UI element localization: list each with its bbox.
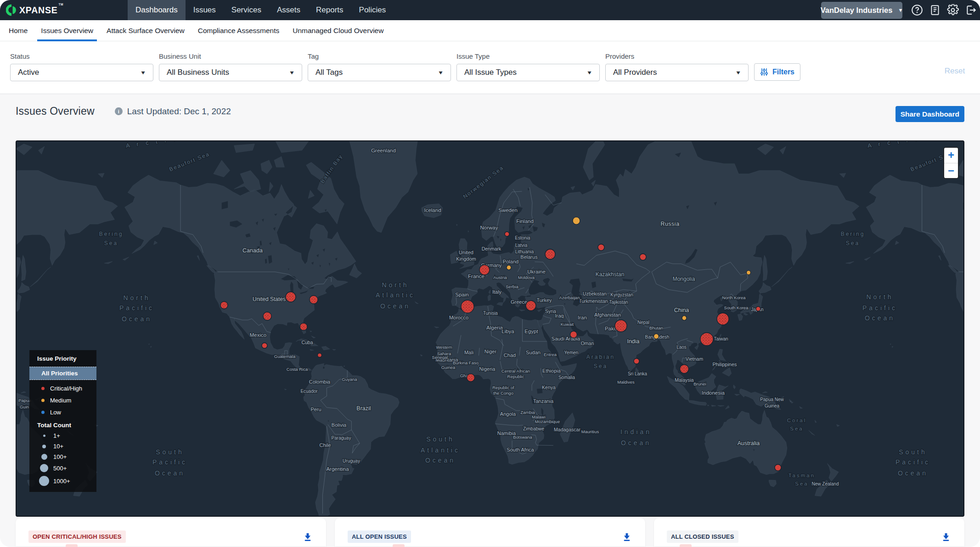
svg-text:Belarus: Belarus (520, 254, 538, 260)
svg-text:Morocco: Morocco (449, 315, 468, 320)
svg-text:Ocean: Ocean (425, 457, 456, 464)
svg-text:Malaysia: Malaysia (675, 377, 694, 383)
svg-text:Bering: Bering (99, 231, 124, 237)
svg-text:Oman: Oman (581, 340, 594, 346)
svg-text:United States: United States (253, 296, 286, 302)
svg-text:Paraguay: Paraguay (332, 435, 351, 441)
svg-text:Sweden: Sweden (498, 207, 518, 213)
svg-text:Serbia: Serbia (506, 284, 518, 289)
svg-text:Chad: Chad (504, 352, 516, 358)
svg-text:Tunisia: Tunisia (483, 311, 498, 316)
svg-text:Peru: Peru (310, 407, 321, 412)
svg-text:Zambia: Zambia (520, 410, 535, 415)
svg-text:Libya: Libya (501, 329, 514, 334)
svg-text:India: India (627, 338, 639, 345)
svg-text:North Korea: North Korea (722, 295, 746, 300)
svg-text:Algeria: Algeria (486, 325, 503, 330)
svg-text:China: China (674, 307, 689, 313)
svg-text:Somalia: Somalia (558, 375, 575, 380)
svg-text:Botswana: Botswana (513, 435, 532, 440)
svg-text:the Congo: the Congo (493, 391, 513, 396)
svg-text:Argentina: Argentina (326, 466, 349, 472)
svg-text:Egypt: Egypt (524, 329, 538, 334)
svg-text:Latvia: Latvia (515, 243, 528, 248)
svg-text:Sea: Sea (790, 426, 803, 431)
svg-text:Turkey: Turkey (536, 297, 552, 303)
svg-text:Italy: Italy (492, 289, 502, 295)
svg-text:Niger: Niger (484, 349, 497, 354)
svg-text:Canada: Canada (242, 247, 263, 254)
svg-text:Greece: Greece (511, 299, 527, 305)
svg-text:Brunei: Brunei (693, 381, 706, 386)
svg-text:Mali: Mali (464, 350, 473, 355)
svg-text:Estonia: Estonia (515, 235, 530, 240)
svg-text:South Africa: South Africa (507, 447, 534, 452)
svg-text:Ocean: Ocean (122, 315, 152, 323)
svg-text:Kenya: Kenya (542, 385, 556, 390)
svg-text:Chile: Chile (319, 442, 331, 448)
svg-text:Pacific: Pacific (896, 458, 930, 466)
svg-text:Senegal: Senegal (432, 355, 448, 360)
svg-text:United: United (459, 250, 473, 255)
svg-text:Ocean: Ocean (898, 469, 928, 477)
svg-text:South Korea: South Korea (724, 305, 749, 310)
svg-text:Western: Western (436, 345, 452, 350)
svg-text:Ocean: Ocean (621, 439, 651, 447)
svg-text:Ocean: Ocean (155, 469, 185, 477)
svg-text:South: South (156, 448, 184, 456)
svg-text:Zimbabwe: Zimbabwe (523, 426, 545, 431)
svg-text:Vietnam: Vietnam (686, 356, 704, 362)
svg-text:Maldives: Maldives (617, 380, 635, 385)
svg-text:Ocean: Ocean (865, 314, 895, 322)
svg-text:Kuwait: Kuwait (561, 322, 574, 327)
svg-text:Uzbekistan: Uzbekistan (583, 291, 607, 296)
svg-text:Kingdom: Kingdom (456, 256, 476, 262)
svg-text:Finland: Finland (516, 218, 534, 224)
svg-text:Ukraine: Ukraine (527, 269, 546, 274)
svg-text:Sudan: Sudan (526, 350, 541, 355)
svg-text:Costa Rica: Costa Rica (287, 367, 308, 372)
svg-text:Mongolia: Mongolia (673, 276, 695, 282)
svg-text:Cuba: Cuba (301, 340, 313, 345)
svg-text:Mauritius: Mauritius (581, 429, 599, 434)
svg-text:Sea: Sea (846, 240, 860, 246)
svg-text:Russia: Russia (660, 221, 679, 227)
svg-text:Mexico: Mexico (250, 332, 266, 338)
svg-text:Uruguay: Uruguay (343, 458, 360, 463)
svg-text:Yemen: Yemen (564, 350, 579, 355)
svg-text:Taiwan: Taiwan (714, 336, 728, 341)
svg-text:Atlantic: Atlantic (421, 447, 460, 454)
svg-text:Poland: Poland (503, 259, 518, 264)
svg-text:Brazil: Brazil (356, 405, 371, 412)
svg-text:Kyrgyzstan: Kyrgyzstan (610, 292, 633, 297)
svg-text:Papua New: Papua New (760, 397, 784, 402)
svg-text:New Zealand: New Zealand (812, 481, 839, 486)
svg-text:Sea: Sea (594, 363, 608, 369)
svg-text:Madagascar: Madagascar (554, 427, 580, 432)
svg-text:Colombia: Colombia (309, 379, 331, 385)
svg-text:Ecuador: Ecuador (300, 389, 318, 394)
svg-text:Australia: Australia (738, 440, 760, 447)
svg-text:Greenland: Greenland (371, 148, 396, 153)
svg-text:Austria: Austria (493, 275, 507, 280)
svg-text:Tasman: Tasman (789, 473, 815, 478)
svg-text:Eritrea: Eritrea (544, 352, 557, 357)
svg-text:Guinea: Guinea (441, 365, 456, 370)
svg-text:Pacific: Pacific (152, 458, 187, 466)
svg-text:Iceland: Iceland (424, 207, 441, 213)
svg-text:Iran: Iran (578, 315, 587, 320)
svg-text:Guin: Guin (20, 404, 29, 409)
svg-text:Guyana: Guyana (342, 377, 357, 382)
svg-text:Sea: Sea (795, 481, 808, 486)
svg-text:Bering: Bering (841, 231, 865, 237)
svg-text:Indonesia: Indonesia (702, 390, 725, 396)
svg-text:Republic of: Republic of (492, 385, 514, 390)
svg-text:Pacific: Pacific (862, 304, 897, 312)
svg-text:Ethiopia: Ethiopia (542, 368, 561, 374)
svg-text:Mozambique: Mozambique (535, 419, 560, 424)
svg-text:Arabian: Arabian (586, 354, 615, 360)
svg-text:Nigeria: Nigeria (479, 366, 496, 372)
svg-text:Bhutan: Bhutan (649, 325, 663, 330)
svg-text:South: South (899, 448, 927, 456)
svg-text:North: North (866, 293, 893, 301)
